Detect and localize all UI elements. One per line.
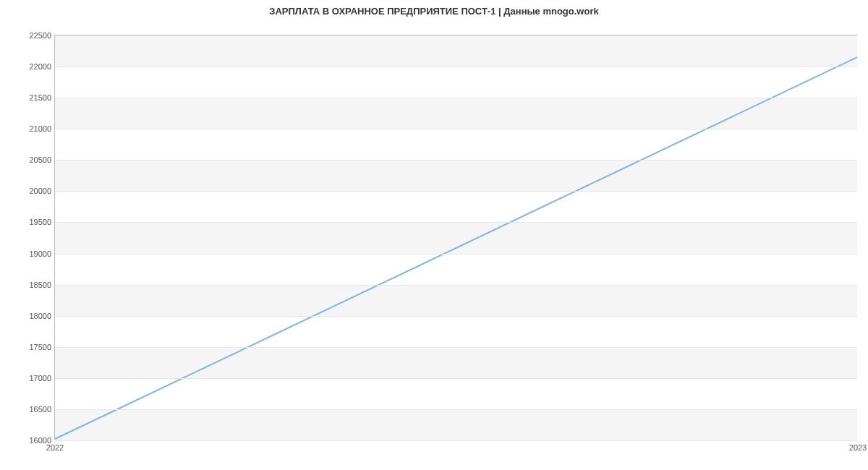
y-tick-label: 21000 <box>19 124 51 133</box>
grid-line <box>55 285 857 286</box>
grid-line <box>55 35 857 36</box>
x-tick-label: 2022 <box>46 443 64 452</box>
y-tick-label: 17000 <box>19 374 51 383</box>
grid-line <box>55 129 857 129</box>
y-tick-label: 17500 <box>19 343 51 351</box>
chart-title: ЗАРПЛАТА В ОХРАННОЕ ПРЕДПРИЯТИЕ ПОСТ-1 |… <box>0 6 868 17</box>
plot-area: 1600016500170001750018000185001900019500… <box>54 35 857 440</box>
grid-line <box>55 378 857 379</box>
y-tick-label: 22500 <box>19 31 51 40</box>
grid-line <box>55 160 857 161</box>
grid-line <box>55 67 857 67</box>
y-tick-label: 18000 <box>19 312 51 320</box>
grid-line <box>55 254 857 255</box>
chart-container: ЗАРПЛАТА В ОХРАННОЕ ПРЕДПРИЯТИЕ ПОСТ-1 |… <box>0 0 868 470</box>
data-line <box>55 57 857 439</box>
y-tick-label: 18500 <box>19 281 51 289</box>
x-tick-label: 2023 <box>849 443 867 452</box>
grid-line <box>55 409 857 410</box>
grid-line <box>55 316 857 317</box>
grid-line <box>55 222 857 223</box>
grid-line <box>55 440 857 441</box>
grid-line <box>55 191 857 192</box>
grid-line <box>55 98 857 98</box>
y-tick-label: 21500 <box>19 93 51 102</box>
y-tick-label: 20000 <box>19 187 51 195</box>
y-tick-label: 19000 <box>19 249 51 258</box>
y-tick-label: 16500 <box>19 405 51 414</box>
y-tick-label: 22000 <box>19 62 51 71</box>
y-tick-label: 19500 <box>19 218 51 226</box>
grid-line <box>55 347 857 348</box>
y-tick-label: 20500 <box>19 155 51 164</box>
